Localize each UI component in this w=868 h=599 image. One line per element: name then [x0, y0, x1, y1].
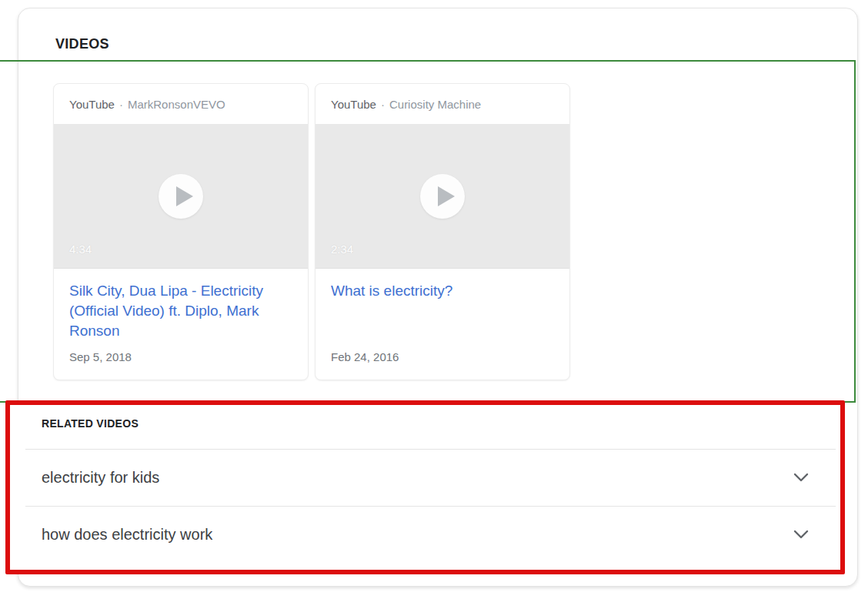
video-title-link[interactable]: Silk City, Dua Lipa - Electricity (Offic… — [69, 281, 292, 341]
video-duration: 2:34 — [331, 243, 353, 256]
video-channel: MarkRonsonVEVO — [128, 98, 225, 111]
play-button[interactable] — [159, 174, 203, 219]
videos-section-title: VIDEOS — [55, 36, 109, 52]
video-source: YouTube · MarkRonsonVEVO — [54, 84, 308, 124]
video-info: What is electricity? Feb 24, 2016 — [315, 269, 569, 379]
video-thumbnail[interactable]: 2:34 — [315, 124, 569, 269]
video-info: Silk City, Dua Lipa - Electricity (Offic… — [54, 269, 308, 379]
video-card[interactable]: YouTube · MarkRonsonVEVO 4:34 Silk City,… — [53, 83, 309, 380]
play-button[interactable] — [420, 174, 465, 219]
search-results-page: VIDEOS YouTube · MarkRonsonVEVO 4:34 Sil… — [0, 0, 868, 599]
chevron-down-icon[interactable] — [793, 529, 810, 540]
related-query: electricity for kids — [42, 469, 159, 487]
video-provider: YouTube — [69, 98, 115, 111]
video-date: Feb 24, 2016 — [331, 350, 399, 363]
separator-dot: · — [381, 98, 385, 111]
video-channel: Curiosity Machine — [389, 98, 481, 111]
video-thumbnail[interactable]: 4:34 — [54, 124, 308, 269]
play-icon — [438, 186, 455, 206]
related-videos-box: RELATED VIDEOS electricity for kids how … — [5, 400, 845, 574]
video-title-link[interactable]: What is electricity? — [331, 281, 554, 301]
video-card[interactable]: YouTube · Curiosity Machine 2:34 What is… — [315, 83, 570, 380]
video-duration: 4:34 — [69, 243, 92, 256]
related-query: how does electricity work — [42, 526, 212, 544]
video-date: Sep 5, 2018 — [69, 350, 132, 363]
video-provider: YouTube — [331, 98, 376, 111]
play-icon — [176, 186, 193, 206]
chevron-down-icon[interactable] — [793, 472, 810, 483]
related-videos-title: RELATED VIDEOS — [42, 417, 139, 430]
video-cards-row: YouTube · MarkRonsonVEVO 4:34 Silk City,… — [53, 83, 570, 380]
related-video-item[interactable]: how does electricity work — [10, 506, 840, 563]
related-video-item[interactable]: electricity for kids — [10, 449, 840, 506]
separator-dot: · — [119, 98, 123, 111]
video-source: YouTube · Curiosity Machine — [315, 84, 569, 124]
